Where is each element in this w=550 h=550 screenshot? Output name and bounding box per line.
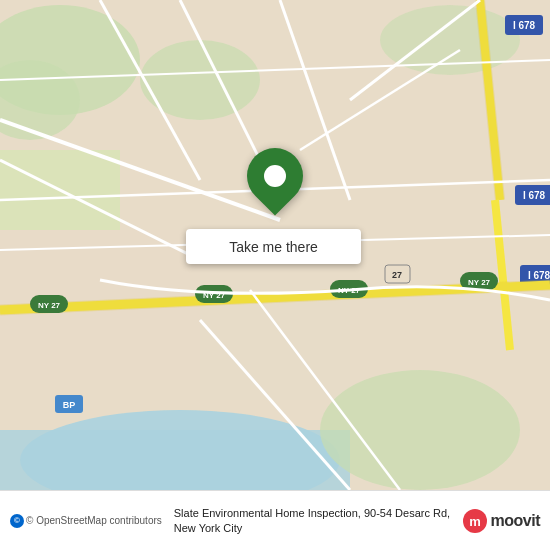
moovit-text: moovit (491, 512, 540, 530)
moovit-logo: m moovit (463, 509, 540, 533)
bottom-bar: © © OpenStreetMap contributors Slate Env… (0, 490, 550, 550)
location-info: Slate Environmental Home Inspection, 90-… (170, 506, 463, 535)
location-name: Slate Environmental Home Inspection, 90-… (174, 506, 463, 535)
take-me-there-button[interactable]: Take me there (186, 229, 361, 264)
svg-point-10 (320, 370, 520, 490)
pin-inner (264, 165, 286, 187)
svg-text:I 678: I 678 (528, 270, 550, 281)
svg-text:m: m (469, 514, 481, 529)
map-pin (245, 148, 305, 218)
svg-rect-9 (0, 430, 350, 490)
svg-text:NY 27: NY 27 (38, 301, 61, 310)
svg-text:NY 27: NY 27 (468, 278, 491, 287)
svg-text:I 678: I 678 (513, 20, 536, 31)
osm-credit: © © OpenStreetMap contributors (10, 514, 162, 528)
osm-logo: © (10, 514, 24, 528)
svg-text:27: 27 (392, 270, 402, 280)
svg-point-4 (140, 40, 260, 120)
moovit-icon: m (463, 509, 487, 533)
pin-marker (235, 136, 314, 215)
svg-text:BP: BP (63, 400, 76, 410)
osm-credit-text: © OpenStreetMap contributors (26, 515, 162, 526)
map-container: I 678 I 678 I 678 NY 27 NY 27 NY 27 NY 2… (0, 0, 550, 490)
svg-text:I 678: I 678 (523, 190, 546, 201)
